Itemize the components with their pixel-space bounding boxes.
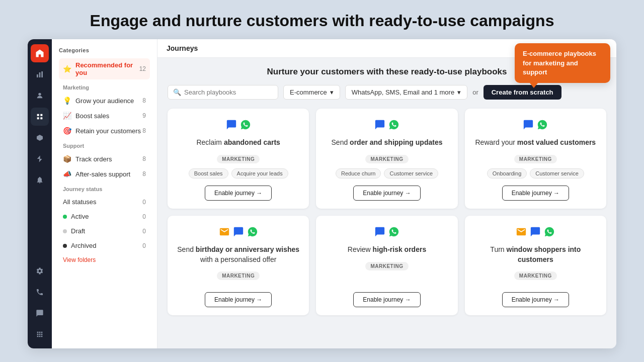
nav-after-sales[interactable]: 📣 After-sales support 8 [59, 167, 150, 181]
svg-rect-3 [41, 71, 43, 77]
star-icon: ⭐ [63, 65, 72, 73]
sidebar-bottom [31, 262, 49, 343]
sms-icon [522, 119, 534, 131]
channel-filter-label: WhatsApp, SMS, Email and 1 more [352, 88, 454, 96]
sidebar-icon-chat[interactable] [31, 304, 49, 322]
card-3-icons [522, 119, 548, 131]
card-2-icons [374, 119, 400, 131]
active-count: 0 [142, 213, 146, 220]
card-1-badge: MARKETING [217, 155, 260, 163]
sms-icon [374, 226, 386, 238]
sms-icon [232, 226, 245, 238]
enable-journey-button-4[interactable]: Enable journey → [205, 292, 272, 307]
nav-grow-audience[interactable]: 💡 Grow your audience 8 [59, 94, 150, 108]
all-statuses-label: All statuses [63, 198, 142, 206]
card-1-icons [225, 119, 252, 131]
nav-track-orders[interactable]: 📦 Track orders 8 [59, 152, 150, 166]
card-3-badge: MARKETING [514, 155, 557, 163]
card-abandoned-carts: Reclaim abandoned carts MARKETING Boost … [168, 109, 309, 209]
nav-draft[interactable]: Draft 0 [59, 224, 150, 238]
view-folders-link[interactable]: View folders [59, 256, 150, 263]
sidebar-icon-phone[interactable] [31, 283, 49, 301]
grow-label: Grow your audience [75, 97, 142, 105]
ecommerce-filter-label: E-commerce [290, 88, 327, 96]
chevron-down-icon: ▾ [330, 88, 334, 96]
retain-icon: 🎯 [63, 127, 72, 135]
sidebar-icon-notifications[interactable] [31, 171, 49, 189]
recommended-label: Recommended for you [75, 61, 139, 76]
archived-label: Archived [71, 242, 142, 249]
sidebar-icon-journeys[interactable] [31, 108, 49, 126]
draft-dot [63, 229, 67, 233]
nav-boost-sales[interactable]: 📈 Boost sales 9 [59, 109, 150, 123]
card-tag: Acquire your leads [231, 168, 288, 178]
card-tag: Onboarding [487, 168, 527, 178]
sidebar-icon-automation[interactable] [31, 150, 49, 168]
channel-filter[interactable]: WhatsApp, SMS, Email and 1 more ▾ [345, 85, 467, 100]
draft-count: 0 [142, 228, 146, 235]
card-5-title: Review high-risk orders [348, 245, 426, 255]
draft-label: Draft [71, 227, 142, 235]
ecommerce-filter[interactable]: E-commerce ▾ [283, 85, 340, 100]
whatsapp-icon [536, 119, 548, 131]
create-from-scratch-button[interactable]: Create from scratch [484, 85, 561, 100]
card-birthday-wishes: Send birthday or anniversary wishes with… [168, 216, 309, 315]
sidebar-icon-contacts[interactable] [31, 86, 49, 105]
card-2-title: Send order and shipping updates [332, 138, 443, 148]
sidebar-icon-home[interactable] [31, 44, 49, 62]
content-area: Nurture your customers with these ready-… [157, 58, 616, 348]
enable-journey-button-2[interactable]: Enable journey → [353, 186, 420, 201]
card-tag: Customer service [530, 168, 584, 178]
track-count: 8 [142, 155, 146, 162]
sidebar-icon-analytics[interactable] [31, 65, 49, 83]
card-valued-customers: Reward your most valued customers MARKET… [465, 109, 606, 209]
support-section-label: Support [63, 143, 150, 149]
enable-journey-button-3[interactable]: Enable journey → [502, 186, 569, 201]
after-sales-count: 8 [142, 170, 146, 177]
filters-row: 🔍 E-commerce ▾ WhatsApp, SMS, Email and … [168, 85, 606, 100]
boost-count: 9 [142, 112, 146, 119]
card-2-badge: MARKETING [365, 155, 408, 163]
nav-retain[interactable]: 🎯 Retain your customers 8 [59, 124, 150, 138]
retain-count: 8 [142, 127, 146, 134]
card-tag: Boost sales [189, 168, 228, 178]
chevron-down-icon-2: ▾ [457, 88, 461, 96]
boost-label: Boost sales [75, 112, 142, 120]
app-window: Categories ⭐ Recommended for you 12 Mark… [28, 39, 616, 348]
svg-point-4 [38, 93, 41, 96]
enable-journey-button-6[interactable]: Enable journey → [502, 292, 569, 307]
active-label: Active [71, 213, 142, 220]
card-5-badge: MARKETING [365, 262, 408, 270]
whatsapp-icon [239, 119, 252, 131]
after-sales-icon: 📣 [63, 170, 72, 178]
card-2-tags: Reduce churn Customer service [336, 168, 438, 178]
nav-all-statuses[interactable]: All statuses 0 [59, 195, 150, 209]
track-label: Track orders [75, 155, 142, 163]
sidebar-icon-campaigns[interactable] [31, 129, 49, 147]
retain-label: Retain your customers [75, 127, 142, 135]
search-box[interactable]: 🔍 [168, 85, 278, 100]
card-high-risk-orders: Review high-risk orders MARKETING Enable… [316, 216, 457, 315]
enable-journey-button-1[interactable]: Enable journey → [205, 186, 272, 201]
nav-archived[interactable]: Archived 0 [59, 239, 150, 252]
search-input[interactable] [184, 88, 273, 96]
left-panel: Categories ⭐ Recommended for you 12 Mark… [52, 39, 157, 348]
sms-icon [225, 119, 237, 131]
marketing-section-label: Marketing [63, 84, 150, 90]
enable-journey-button-5[interactable]: Enable journey → [353, 292, 420, 307]
tooltip-bubble: E-commerce playbooks for marketing and s… [515, 43, 610, 83]
card-6-badge: MARKETING [514, 272, 557, 280]
cards-grid: Reclaim abandoned carts MARKETING Boost … [168, 109, 606, 315]
whatsapp-icon [388, 119, 400, 131]
sms-icon [374, 119, 386, 131]
sidebar-icon-grid[interactable] [31, 325, 49, 343]
nav-recommended[interactable]: ⭐ Recommended for you 12 [59, 58, 150, 79]
sidebar-icon-settings[interactable] [31, 262, 49, 280]
sms-icon [529, 226, 541, 238]
nav-active[interactable]: Active 0 [59, 210, 150, 223]
search-icon: 🔍 [173, 88, 181, 96]
card-6-icons [515, 226, 555, 238]
card-4-badge: MARKETING [217, 272, 260, 280]
card-3-tags: Onboarding Customer service [487, 168, 584, 178]
card-window-shoppers: Turn window shoppers into customers MARK… [465, 216, 606, 315]
